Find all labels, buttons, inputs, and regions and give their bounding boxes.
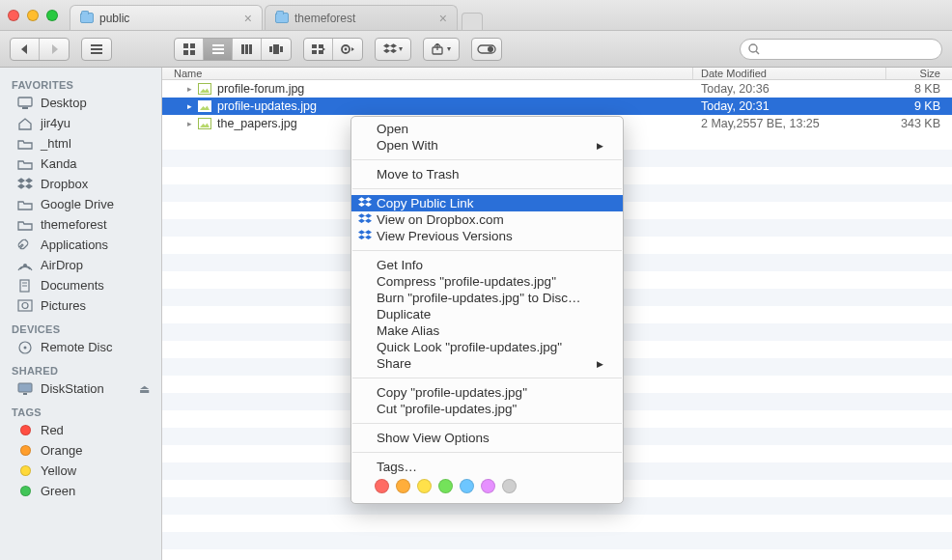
arrange-buttons [303, 38, 363, 61]
tag-color-dot[interactable] [460, 479, 474, 493]
share-toolbar-button[interactable]: ▾ [423, 38, 460, 61]
zoom-window-button[interactable] [46, 10, 58, 21]
column-header-name[interactable]: Name [162, 68, 693, 79]
dropbox-icon [358, 197, 372, 210]
svg-rect-1 [91, 48, 102, 50]
search-input[interactable] [764, 42, 934, 56]
menu-item-copy-public-link[interactable]: Copy Public Link [351, 195, 623, 211]
list-view-button[interactable] [204, 39, 233, 60]
menu-item-get-info[interactable]: Get Info [351, 257, 623, 273]
tab-public[interactable]: public × [70, 5, 263, 30]
menu-item-copy-profile-updates-jpg[interactable]: Copy "profile-updates.jpg" [351, 384, 623, 401]
sidebar-item-kanda[interactable]: Kanda [0, 154, 161, 174]
sidebar-item-label: DiskStation [41, 381, 104, 396]
column-header-size[interactable]: Size [886, 68, 952, 79]
tag-color-dot[interactable] [502, 479, 517, 493]
menu-item-view-previous-versions[interactable]: View Previous Versions [351, 228, 623, 244]
menu-item-label: Open [377, 122, 408, 136]
coverflow-view-button[interactable] [262, 39, 291, 60]
folder-icon [17, 218, 33, 232]
menu-item-label: Move to Trash [377, 167, 460, 182]
menu-item-burn-profile-updates-jpg-to-disc[interactable]: Burn "profile-updates.jpg" to Disc… [351, 290, 623, 306]
svg-rect-33 [18, 300, 32, 311]
triangle-icon: ▸ [187, 119, 192, 128]
sidebar-item-remote-disc[interactable]: Remote Disc [0, 337, 161, 357]
sidebar-item-label: Dropbox [41, 177, 88, 191]
file-row[interactable]: ▸profile-updates.jpgToday, 20:319 KB [162, 98, 952, 115]
tag-color-dot[interactable] [481, 479, 495, 493]
svg-rect-18 [312, 50, 317, 54]
search-field[interactable] [740, 39, 942, 60]
sidebar-item-green[interactable]: Green [0, 481, 161, 501]
sidebar-item-airdrop[interactable]: AirDrop [0, 255, 161, 275]
tag-color-dot[interactable] [396, 479, 410, 493]
tag-color-dot[interactable] [417, 479, 432, 493]
menu-item-label: Compress "profile-updates.jpg" [377, 274, 556, 289]
tag-color-dot[interactable] [375, 479, 389, 493]
finder-sidebar: FAVORITESDesktopjir4yu_htmlKandaDropboxG… [0, 68, 162, 560]
column-headers: Name Date Modified Size [162, 68, 952, 80]
sidebar-item-google-drive[interactable]: Google Drive [0, 194, 161, 214]
close-tab-icon[interactable]: × [244, 11, 252, 26]
menu-item-label: Show View Options [377, 431, 490, 445]
svg-rect-15 [280, 46, 283, 52]
file-date: Today, 20:36 [693, 82, 886, 96]
sidebar-item-desktop[interactable]: Desktop [0, 93, 161, 113]
serverscreen-icon [17, 382, 33, 396]
minimize-window-button[interactable] [27, 10, 39, 21]
sidebar-item-pictures[interactable]: Pictures [0, 295, 161, 316]
menu-item-view-on-dropbox-com[interactable]: View on Dropbox.com [351, 211, 623, 228]
close-window-button[interactable] [8, 10, 19, 21]
sidebar-item-themeforest[interactable]: themeforest [0, 214, 161, 235]
menu-item-make-alias[interactable]: Make Alias [351, 322, 623, 339]
sidebar-item-label: Orange [41, 443, 82, 458]
eject-icon[interactable]: ⏏ [139, 382, 150, 396]
arrange-button[interactable] [304, 39, 333, 60]
menu-separator [352, 159, 622, 160]
sidebar-item-applications[interactable]: Applications [0, 235, 161, 255]
menu-item-share[interactable]: Share [351, 355, 623, 372]
action-button[interactable] [333, 39, 362, 60]
svg-rect-13 [269, 46, 272, 52]
dropbox-toolbar-button[interactable]: ▾ [375, 38, 411, 61]
column-header-date[interactable]: Date Modified [693, 68, 886, 79]
menu-item-open[interactable]: Open [351, 121, 623, 137]
sidebar-item-dropbox[interactable]: Dropbox [0, 174, 161, 194]
image-file-icon [198, 83, 211, 95]
sidebar-item-jir4yu[interactable]: jir4yu [0, 113, 161, 133]
tag-color-dot[interactable] [438, 479, 453, 493]
menu-item-duplicate[interactable]: Duplicate [351, 306, 623, 322]
close-tab-icon[interactable]: × [439, 11, 447, 26]
menu-item-compress-profile-updates-jpg[interactable]: Compress "profile-updates.jpg" [351, 273, 623, 290]
back-button[interactable] [11, 39, 40, 60]
menu-item-tags[interactable]: Tags… [351, 459, 623, 475]
sidebar-item-diskstation[interactable]: DiskStation⏏ [0, 378, 161, 399]
column-view-button[interactable] [233, 39, 262, 60]
sidebar-item-red[interactable]: Red [0, 420, 161, 440]
path-button[interactable] [81, 38, 112, 61]
icon-view-button[interactable] [175, 39, 204, 60]
new-tab-button[interactable] [462, 13, 483, 30]
menu-item-cut-profile-updates-jpg[interactable]: Cut "profile-updates.jpg" [351, 401, 623, 417]
file-row[interactable]: ▸profile-forum.jpgToday, 20:368 KB [162, 80, 952, 98]
menu-item-open-with[interactable]: Open With [351, 137, 623, 154]
forward-button[interactable] [40, 39, 69, 60]
sidebar-item-orange[interactable]: Orange [0, 440, 161, 461]
svg-point-36 [24, 346, 27, 349]
sidebar-item-label: Green [41, 484, 75, 498]
tab-themeforest[interactable]: themeforest × [265, 5, 458, 30]
menu-item-label: Duplicate [377, 307, 431, 322]
dropbox-icon [358, 230, 372, 243]
folder-icon [17, 137, 33, 151]
svg-rect-14 [273, 44, 279, 54]
menu-item-move-to-trash[interactable]: Move to Trash [351, 166, 623, 182]
menu-item-quick-look-profile-updates-jpg[interactable]: Quick Look "profile-updates.jpg" [351, 339, 623, 355]
sidebar-section-header: TAGS [0, 399, 161, 420]
sidebar-item--html[interactable]: _html [0, 133, 161, 154]
sidebar-item-documents[interactable]: Documents [0, 275, 161, 295]
sidebar-item-label: AirDrop [41, 258, 83, 272]
menu-item-show-view-options[interactable]: Show View Options [351, 430, 623, 446]
sidebar-item-yellow[interactable]: Yellow [0, 461, 161, 481]
tags-toolbar-button[interactable] [471, 38, 502, 61]
sidebar-item-label: Documents [41, 278, 104, 293]
